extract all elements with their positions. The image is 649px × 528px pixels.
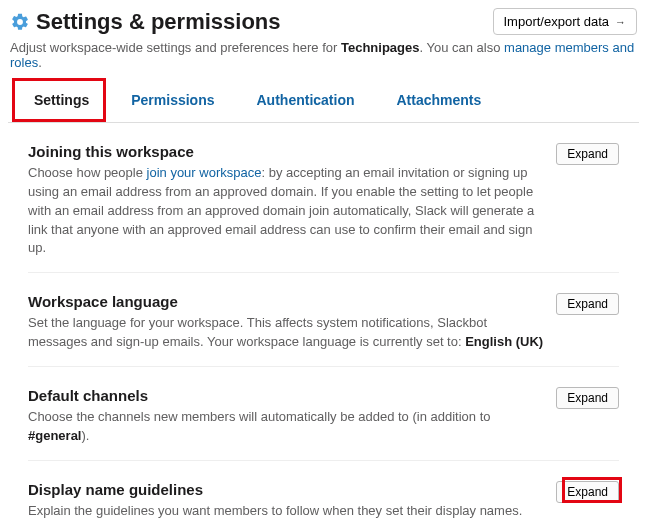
workspace-name: Technipages [341, 40, 420, 55]
section-title: Display name guidelines [28, 481, 522, 498]
tab-permissions[interactable]: Permissions [125, 80, 220, 122]
section-header: Default channelsChoose the channels new … [28, 387, 619, 446]
page-subheading: Adjust workspace-wide settings and prefe… [8, 39, 639, 80]
tab-settings[interactable]: Settings [28, 80, 95, 122]
section: Workspace languageSet the language for y… [28, 273, 619, 367]
title-wrap: Settings & permissions [10, 9, 281, 35]
section-description: Set the language for your workspace. Thi… [28, 314, 546, 352]
tab-authentication[interactable]: Authentication [251, 80, 361, 122]
page-title: Settings & permissions [36, 9, 281, 35]
gear-icon [10, 12, 30, 32]
section-description: Choose the channels new members will aut… [28, 408, 546, 446]
tab-attachments[interactable]: Attachments [391, 80, 488, 122]
section-title: Joining this workspace [28, 143, 546, 160]
import-export-label: Import/export data [504, 14, 610, 29]
arrow-right-icon: → [615, 16, 626, 28]
section-description: Explain the guidelines you want members … [28, 502, 522, 521]
section: Default channelsChoose the channels new … [28, 367, 619, 461]
section-title: Default channels [28, 387, 546, 404]
expand-button[interactable]: Expand [556, 481, 619, 503]
expand-button[interactable]: Expand [556, 143, 619, 165]
section-header: Display name guidelinesExplain the guide… [28, 481, 619, 521]
section: Display name guidelinesExplain the guide… [28, 461, 619, 528]
section-description: Choose how people join your workspace: b… [28, 164, 546, 258]
section-header: Workspace languageSet the language for y… [28, 293, 619, 352]
expand-button[interactable]: Expand [556, 293, 619, 315]
page-header: Settings & permissions Import/export dat… [8, 8, 639, 39]
sub-middle: . You can also [419, 40, 504, 55]
inline-link[interactable]: join your workspace [147, 165, 262, 180]
section: Joining this workspaceChoose how people … [28, 123, 619, 273]
expand-button[interactable]: Expand [556, 387, 619, 409]
import-export-button[interactable]: Import/export data → [493, 8, 638, 35]
sub-prefix: Adjust workspace-wide settings and prefe… [10, 40, 341, 55]
sections: Joining this workspaceChoose how people … [8, 123, 639, 528]
section-title: Workspace language [28, 293, 546, 310]
settings-page: Settings & permissions Import/export dat… [0, 0, 649, 528]
section-header: Joining this workspaceChoose how people … [28, 143, 619, 258]
tabs-container: SettingsPermissionsAuthenticationAttachm… [8, 80, 639, 123]
sub-end: . [38, 55, 42, 70]
tabs: SettingsPermissionsAuthenticationAttachm… [8, 80, 639, 123]
